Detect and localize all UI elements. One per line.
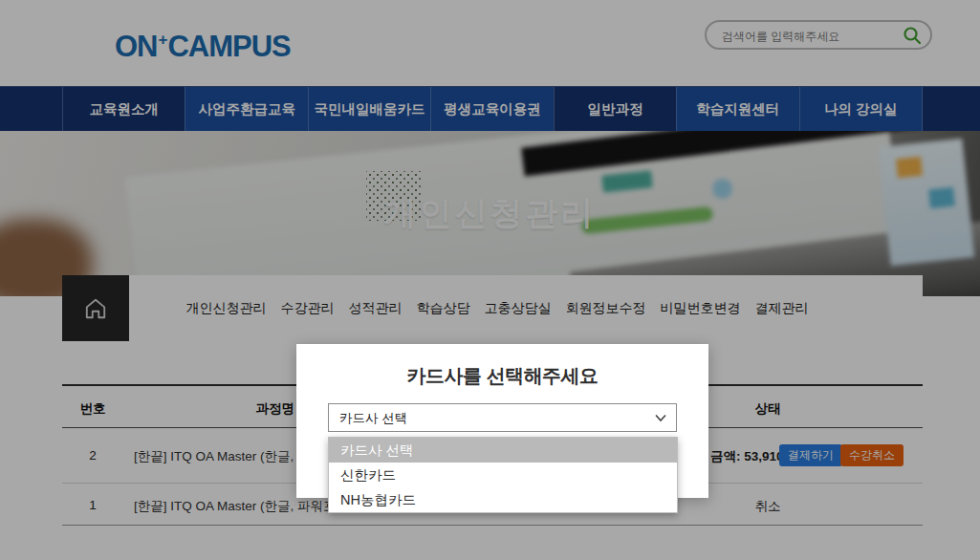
option-card-placeholder[interactable]: 카드사 선택 (329, 438, 677, 463)
option-shinhan-card[interactable]: 신한카드 (329, 463, 677, 487)
card-select-dropdown: 카드사 선택 신한카드 NH농협카드 (328, 437, 678, 513)
option-nh-card[interactable]: NH농협카드 (329, 487, 677, 512)
card-company-select[interactable]: 카드사 선택 (328, 403, 677, 432)
chevron-down-icon (655, 413, 666, 422)
modal-title: 카드사를 선택해주세요 (296, 363, 708, 389)
page: ON+CAMPUS 교육원소개 사업주환급교육 국민내일배움카드 평생교육이용권… (0, 0, 980, 560)
select-current-value: 카드사 선택 (339, 410, 407, 427)
